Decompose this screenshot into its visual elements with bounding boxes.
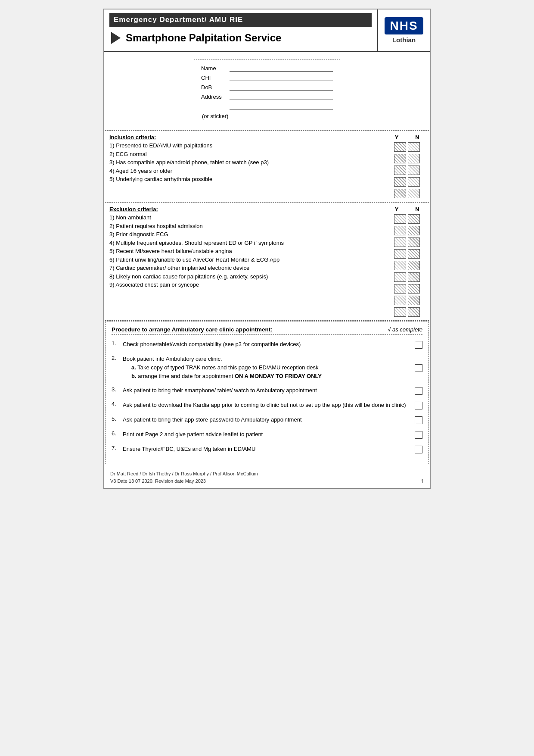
exclusion-item-6: 6) Patient unwilling/unable to use Alive… <box>109 256 386 264</box>
exclusion-n-label: N <box>411 206 423 212</box>
procedure-text-5: Ask patient to bring their app store pas… <box>123 415 411 424</box>
chi-line <box>230 74 333 81</box>
procedure-checkbox-6[interactable] <box>415 431 422 439</box>
procedure-text-2: Book patient into Ambulatory care clinic… <box>123 355 422 380</box>
procedure-complete: √ as complete <box>388 326 422 333</box>
header: Emergency Department/ AMU RIE Smartphone… <box>104 9 430 52</box>
page-number: 1 <box>421 478 424 484</box>
procedure-text-1: Check phone/tablet/watch compatability (… <box>123 340 411 349</box>
inclusion-item-4: 4) Aged 16 years or older <box>109 167 386 175</box>
procedure-title: Procedure to arrange Ambulatory care cli… <box>112 326 273 333</box>
sticker-note: (or sticker) <box>201 113 333 119</box>
exclusion-item-8: 8) Likely non-cardiac cause for palpitat… <box>109 272 386 281</box>
procedure-num-7: 7. <box>112 445 119 451</box>
address-line2 <box>230 103 333 109</box>
inclusion-yn-row-3 <box>394 166 420 175</box>
inclusion-yn-row-5 <box>394 189 420 198</box>
address-field: Address <box>201 93 333 100</box>
procedure-item-1: 1. Check phone/tablet/watch compatabilit… <box>112 340 422 349</box>
inclusion-y-label: Y <box>391 134 403 141</box>
procedure-checkbox-2a[interactable] <box>415 364 422 372</box>
chi-label: CHI <box>201 75 227 81</box>
main-page: Emergency Department/ AMU RIE Smartphone… <box>103 9 431 489</box>
procedure-item-7: 7. Ensure Thyroid/FBC, U&Es and Mg taken… <box>112 445 422 453</box>
dob-line <box>230 84 333 91</box>
address-line2-field <box>201 103 333 109</box>
exclusion-header: Exclusion criteria: 1) Non-ambulant 2) P… <box>109 206 425 317</box>
procedure-num-4: 4. <box>112 401 119 407</box>
patient-section: Name CHI DoB Address (or sticker) <box>104 52 430 130</box>
procedure-num-3: 3. <box>112 386 119 393</box>
exclusion-item-3: 3) Prior diagnostic ECG <box>109 230 386 239</box>
exclusion-yn-row-6 <box>394 272 420 282</box>
exclusion-title: Exclusion criteria: <box>109 206 386 212</box>
address-line <box>230 93 333 100</box>
exclusion-yn-row-8 <box>394 296 420 305</box>
name-line <box>230 65 333 72</box>
exclusion-yn: Y N <box>386 206 425 317</box>
inclusion-yn-row-2 <box>394 154 420 163</box>
procedure-item-6: 6. Print out Page 2 and give patient adv… <box>112 430 422 439</box>
sub-2a-label: a. <box>131 364 136 371</box>
procedure-num-1: 1. <box>112 340 119 347</box>
exclusion-yn-row-5 <box>394 261 420 270</box>
nhs-logo: NHS <box>385 17 423 34</box>
procedure-header: Procedure to arrange Ambulatory care cli… <box>112 326 422 335</box>
footer-version: V3 Date 13 07 2020. Revision date May 20… <box>110 478 258 485</box>
exclusion-yn-row-9 <box>394 307 420 317</box>
exclusion-yn-row-4 <box>394 249 420 259</box>
exclusion-item-2: 2) Patient requires hospital admission <box>109 222 386 231</box>
procedure-item-5: 5. Ask patient to bring their app store … <box>112 415 422 424</box>
inclusion-section: Inclusion criteria: 1) Presented to ED/A… <box>105 130 429 202</box>
exclusion-section: Exclusion criteria: 1) Non-ambulant 2) P… <box>105 202 429 321</box>
inclusion-yn-row-1 <box>394 142 420 152</box>
exclusion-item-9: 9) Associated chest pain or syncope <box>109 281 386 289</box>
dob-field: DoB <box>201 84 333 91</box>
exclusion-item-1: 1) Non-ambulant <box>109 213 386 222</box>
procedure-text-7: Ensure Thyroid/FBC, U&Es and Mg taken in… <box>123 445 411 453</box>
footer: Dr Matt Reed / Dr Ish Thethy / Dr Ross M… <box>104 465 430 488</box>
procedure-text-4: Ask patient to download the Kardia app p… <box>123 401 411 409</box>
inclusion-item-2: 2) ECG normal <box>109 150 386 159</box>
procedure-sub-2a: a. Take copy of typed TRAK notes and thi… <box>131 363 422 372</box>
inclusion-item-5: 5) Underlying cardiac arrhythmia possibl… <box>109 175 386 184</box>
exclusion-yn-row-2 <box>394 226 420 235</box>
sub-2b-label: b. <box>131 373 137 379</box>
service-title-text: Smartphone Palpitation Service <box>126 32 281 44</box>
procedure-num-5: 5. <box>112 415 119 422</box>
footer-left: Dr Matt Reed / Dr Ish Thethy / Dr Ross M… <box>110 470 258 484</box>
inclusion-title: Inclusion criteria: <box>109 134 386 141</box>
exclusion-y-label: Y <box>391 206 403 212</box>
procedure-checkbox-1[interactable] <box>415 341 422 349</box>
procedure-text-6: Print out Page 2 and give patient advice… <box>123 430 411 439</box>
nhs-trust: Lothian <box>392 36 416 44</box>
procedure-text-3: Ask patient to bring their smartphone/ t… <box>123 386 411 395</box>
procedure-section: Procedure to arrange Ambulatory care cli… <box>105 322 429 464</box>
exclusion-content: Exclusion criteria: 1) Non-ambulant 2) P… <box>109 206 386 289</box>
exclusion-yn-row-1 <box>394 214 420 224</box>
inclusion-content: Inclusion criteria: 1) Presented to ED/A… <box>109 134 386 184</box>
patient-box: Name CHI DoB Address (or sticker) <box>194 59 340 123</box>
procedure-sub-2b: b. arrange time and date for appointment… <box>131 372 422 381</box>
inclusion-header: Inclusion criteria: 1) Presented to ED/A… <box>109 134 425 198</box>
procedure-num-6: 6. <box>112 430 119 437</box>
inclusion-item-1: 1) Presented to ED/AMU with palpitations <box>109 141 386 150</box>
procedure-item-3: 3. Ask patient to bring their smartphone… <box>112 386 422 395</box>
procedure-checkbox-4[interactable] <box>415 402 422 409</box>
procedure-num-2: 2. <box>112 355 119 361</box>
exclusion-yn-row-7 <box>394 284 420 294</box>
procedure-checkbox-3[interactable] <box>415 387 422 395</box>
procedure-checkbox-5[interactable] <box>415 416 422 424</box>
procedure-item-4: 4. Ask patient to download the Kardia ap… <box>112 401 422 409</box>
department-title: Emergency Department/ AMU RIE <box>109 13 372 27</box>
inclusion-item-3: 3) Has compatible apple/android phone, t… <box>109 158 386 167</box>
chi-field: CHI <box>201 74 333 81</box>
nhs-logo-area: NHS Lothian <box>378 9 430 51</box>
procedure-item-2: 2. Book patient into Ambulatory care cli… <box>112 355 422 380</box>
play-icon <box>111 32 121 44</box>
address-label: Address <box>201 94 227 100</box>
inclusion-yn-rows <box>394 142 420 198</box>
procedure-checkbox-7[interactable] <box>415 446 422 453</box>
exclusion-yn-row-3 <box>394 237 420 247</box>
inclusion-yn-row-4 <box>394 177 420 187</box>
